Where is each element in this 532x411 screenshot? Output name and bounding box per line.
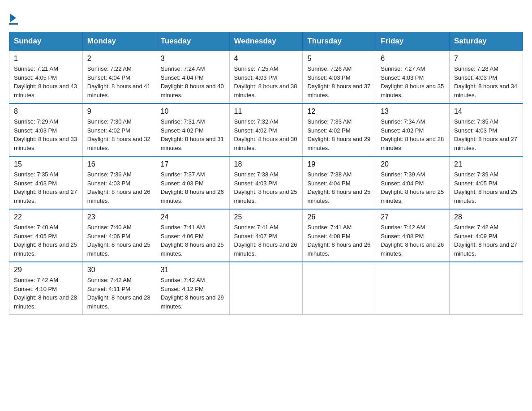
calendar-day-cell: 20 Sunrise: 7:39 AMSunset: 4:04 PMDaylig… <box>376 156 450 209</box>
calendar-week-row: 29 Sunrise: 7:42 AMSunset: 4:10 PMDaylig… <box>9 262 523 315</box>
day-info: Sunrise: 7:32 AMSunset: 4:02 PMDaylight:… <box>234 118 297 151</box>
day-info: Sunrise: 7:26 AMSunset: 4:03 PMDaylight:… <box>307 65 370 98</box>
day-number: 12 <box>307 107 371 116</box>
day-number: 22 <box>14 213 78 221</box>
calendar-day-cell: 28 Sunrise: 7:42 AMSunset: 4:09 PMDaylig… <box>450 209 523 262</box>
calendar-day-cell: 15 Sunrise: 7:35 AMSunset: 4:03 PMDaylig… <box>9 156 83 209</box>
day-number: 4 <box>234 55 298 63</box>
calendar-day-cell: 11 Sunrise: 7:32 AMSunset: 4:02 PMDaylig… <box>229 103 303 156</box>
calendar-week-row: 15 Sunrise: 7:35 AMSunset: 4:03 PMDaylig… <box>9 156 523 209</box>
calendar-header-monday: Monday <box>82 32 156 51</box>
calendar-table: SundayMondayTuesdayWednesdayThursdayFrid… <box>9 32 523 315</box>
calendar-header-saturday: Saturday <box>450 32 523 51</box>
day-info: Sunrise: 7:28 AMSunset: 4:03 PMDaylight:… <box>454 65 517 98</box>
day-info: Sunrise: 7:25 AMSunset: 4:03 PMDaylight:… <box>234 65 297 98</box>
day-info: Sunrise: 7:31 AMSunset: 4:02 PMDaylight:… <box>161 118 224 151</box>
calendar-day-cell: 14 Sunrise: 7:35 AMSunset: 4:03 PMDaylig… <box>450 103 523 156</box>
day-info: Sunrise: 7:22 AMSunset: 4:04 PMDaylight:… <box>87 65 150 98</box>
day-number: 18 <box>234 160 298 168</box>
day-number: 11 <box>234 107 298 116</box>
day-number: 29 <box>14 266 78 274</box>
calendar-header-row: SundayMondayTuesdayWednesdayThursdayFrid… <box>9 32 523 51</box>
day-number: 24 <box>161 213 225 221</box>
day-info: Sunrise: 7:42 AMSunset: 4:08 PMDaylight:… <box>381 224 444 257</box>
day-number: 10 <box>161 107 225 116</box>
calendar-day-cell: 1 Sunrise: 7:21 AMSunset: 4:05 PMDayligh… <box>9 51 83 103</box>
day-number: 28 <box>454 213 518 221</box>
calendar-day-cell: 10 Sunrise: 7:31 AMSunset: 4:02 PMDaylig… <box>156 103 229 156</box>
day-info: Sunrise: 7:36 AMSunset: 4:03 PMDaylight:… <box>87 171 150 204</box>
day-info: Sunrise: 7:39 AMSunset: 4:05 PMDaylight:… <box>454 171 517 204</box>
day-info: Sunrise: 7:41 AMSunset: 4:07 PMDaylight:… <box>234 224 297 257</box>
calendar-header-tuesday: Tuesday <box>156 32 229 51</box>
calendar-day-cell: 9 Sunrise: 7:30 AMSunset: 4:02 PMDayligh… <box>82 103 156 156</box>
calendar-day-cell: 12 Sunrise: 7:33 AMSunset: 4:02 PMDaylig… <box>303 103 376 156</box>
calendar-day-cell: 29 Sunrise: 7:42 AMSunset: 4:10 PMDaylig… <box>9 262 83 315</box>
day-number: 2 <box>87 55 151 63</box>
day-number: 20 <box>381 160 445 168</box>
logo <box>9 13 18 25</box>
calendar-day-cell <box>303 262 376 315</box>
calendar-header-sunday: Sunday <box>9 32 83 51</box>
calendar-header-thursday: Thursday <box>303 32 376 51</box>
day-number: 13 <box>381 107 445 116</box>
day-info: Sunrise: 7:35 AMSunset: 4:03 PMDaylight:… <box>14 171 77 204</box>
calendar-header-friday: Friday <box>376 32 450 51</box>
day-number: 26 <box>307 213 371 221</box>
day-info: Sunrise: 7:40 AMSunset: 4:05 PMDaylight:… <box>14 224 77 257</box>
calendar-day-cell: 22 Sunrise: 7:40 AMSunset: 4:05 PMDaylig… <box>9 209 83 262</box>
calendar-day-cell: 4 Sunrise: 7:25 AMSunset: 4:03 PMDayligh… <box>229 51 303 103</box>
day-info: Sunrise: 7:21 AMSunset: 4:05 PMDaylight:… <box>14 65 77 98</box>
day-number: 15 <box>14 160 78 168</box>
day-info: Sunrise: 7:38 AMSunset: 4:04 PMDaylight:… <box>307 171 370 204</box>
day-info: Sunrise: 7:42 AMSunset: 4:12 PMDaylight:… <box>161 277 224 310</box>
day-number: 5 <box>307 55 371 63</box>
day-info: Sunrise: 7:27 AMSunset: 4:03 PMDaylight:… <box>381 65 444 98</box>
day-number: 31 <box>161 266 225 274</box>
day-info: Sunrise: 7:35 AMSunset: 4:03 PMDaylight:… <box>454 118 517 151</box>
day-info: Sunrise: 7:34 AMSunset: 4:02 PMDaylight:… <box>381 118 444 151</box>
calendar-day-cell: 13 Sunrise: 7:34 AMSunset: 4:02 PMDaylig… <box>376 103 450 156</box>
day-info: Sunrise: 7:41 AMSunset: 4:08 PMDaylight:… <box>307 224 370 257</box>
day-number: 9 <box>87 107 151 116</box>
calendar-day-cell: 5 Sunrise: 7:26 AMSunset: 4:03 PMDayligh… <box>303 51 376 103</box>
day-number: 23 <box>87 213 151 221</box>
calendar-day-cell: 30 Sunrise: 7:42 AMSunset: 4:11 PMDaylig… <box>82 262 156 315</box>
day-number: 7 <box>454 55 518 63</box>
day-number: 30 <box>87 266 151 274</box>
day-number: 3 <box>161 55 225 63</box>
day-number: 27 <box>381 213 445 221</box>
calendar-day-cell: 18 Sunrise: 7:38 AMSunset: 4:03 PMDaylig… <box>229 156 303 209</box>
day-number: 19 <box>307 160 371 168</box>
day-info: Sunrise: 7:42 AMSunset: 4:09 PMDaylight:… <box>454 224 517 257</box>
day-number: 25 <box>234 213 298 221</box>
day-info: Sunrise: 7:41 AMSunset: 4:06 PMDaylight:… <box>161 224 224 257</box>
day-info: Sunrise: 7:33 AMSunset: 4:02 PMDaylight:… <box>307 118 370 151</box>
day-info: Sunrise: 7:42 AMSunset: 4:11 PMDaylight:… <box>87 277 150 310</box>
day-number: 14 <box>454 107 518 116</box>
calendar-day-cell <box>450 262 523 315</box>
day-info: Sunrise: 7:39 AMSunset: 4:04 PMDaylight:… <box>381 171 444 204</box>
day-number: 17 <box>161 160 225 168</box>
calendar-day-cell: 8 Sunrise: 7:29 AMSunset: 4:03 PMDayligh… <box>9 103 83 156</box>
calendar-day-cell: 27 Sunrise: 7:42 AMSunset: 4:08 PMDaylig… <box>376 209 450 262</box>
day-info: Sunrise: 7:37 AMSunset: 4:03 PMDaylight:… <box>161 171 224 204</box>
day-number: 6 <box>381 55 445 63</box>
day-info: Sunrise: 7:29 AMSunset: 4:03 PMDaylight:… <box>14 118 77 151</box>
day-info: Sunrise: 7:30 AMSunset: 4:02 PMDaylight:… <box>87 118 150 151</box>
calendar-day-cell: 3 Sunrise: 7:24 AMSunset: 4:04 PMDayligh… <box>156 51 229 103</box>
calendar-day-cell <box>229 262 303 315</box>
logo-underline <box>9 23 18 25</box>
calendar-day-cell: 26 Sunrise: 7:41 AMSunset: 4:08 PMDaylig… <box>303 209 376 262</box>
calendar-day-cell: 19 Sunrise: 7:38 AMSunset: 4:04 PMDaylig… <box>303 156 376 209</box>
calendar-day-cell: 23 Sunrise: 7:40 AMSunset: 4:06 PMDaylig… <box>82 209 156 262</box>
calendar-week-row: 22 Sunrise: 7:40 AMSunset: 4:05 PMDaylig… <box>9 209 523 262</box>
calendar-day-cell: 21 Sunrise: 7:39 AMSunset: 4:05 PMDaylig… <box>450 156 523 209</box>
calendar-day-cell: 2 Sunrise: 7:22 AMSunset: 4:04 PMDayligh… <box>82 51 156 103</box>
day-info: Sunrise: 7:38 AMSunset: 4:03 PMDaylight:… <box>234 171 297 204</box>
calendar-day-cell: 31 Sunrise: 7:42 AMSunset: 4:12 PMDaylig… <box>156 262 229 315</box>
calendar-day-cell: 17 Sunrise: 7:37 AMSunset: 4:03 PMDaylig… <box>156 156 229 209</box>
calendar-week-row: 8 Sunrise: 7:29 AMSunset: 4:03 PMDayligh… <box>9 103 523 156</box>
calendar-day-cell: 6 Sunrise: 7:27 AMSunset: 4:03 PMDayligh… <box>376 51 450 103</box>
page-header <box>9 9 523 25</box>
